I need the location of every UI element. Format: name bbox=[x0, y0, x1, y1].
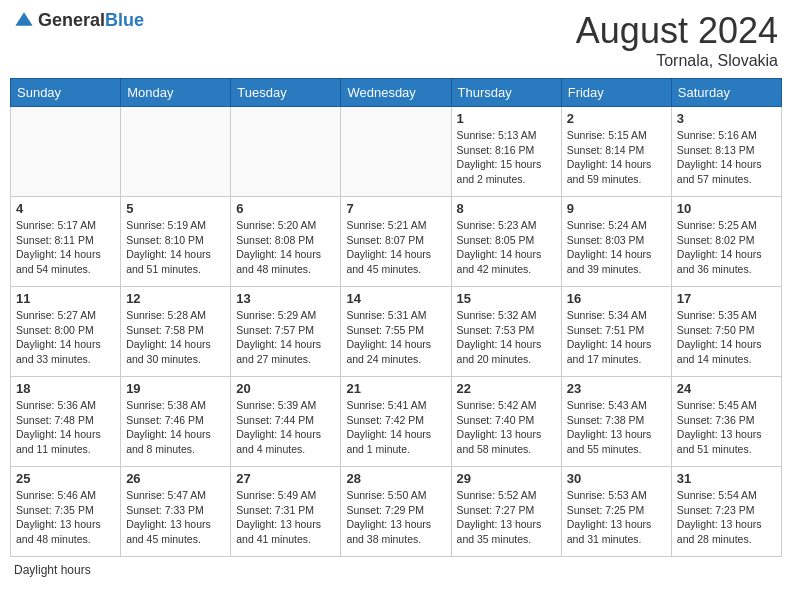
day-number: 18 bbox=[16, 381, 115, 396]
calendar-week-row: 4Sunrise: 5:17 AMSunset: 8:11 PMDaylight… bbox=[11, 197, 782, 287]
day-info: Sunrise: 5:39 AMSunset: 7:44 PMDaylight:… bbox=[236, 398, 335, 457]
day-number: 28 bbox=[346, 471, 445, 486]
calendar-day-cell: 26Sunrise: 5:47 AMSunset: 7:33 PMDayligh… bbox=[121, 467, 231, 557]
day-number: 23 bbox=[567, 381, 666, 396]
calendar-day-cell: 13Sunrise: 5:29 AMSunset: 7:57 PMDayligh… bbox=[231, 287, 341, 377]
day-info: Sunrise: 5:41 AMSunset: 7:42 PMDaylight:… bbox=[346, 398, 445, 457]
day-number: 15 bbox=[457, 291, 556, 306]
day-info: Sunrise: 5:29 AMSunset: 7:57 PMDaylight:… bbox=[236, 308, 335, 367]
day-info: Sunrise: 5:32 AMSunset: 7:53 PMDaylight:… bbox=[457, 308, 556, 367]
day-number: 22 bbox=[457, 381, 556, 396]
day-number: 13 bbox=[236, 291, 335, 306]
calendar-day-cell: 24Sunrise: 5:45 AMSunset: 7:36 PMDayligh… bbox=[671, 377, 781, 467]
calendar-day-cell: 19Sunrise: 5:38 AMSunset: 7:46 PMDayligh… bbox=[121, 377, 231, 467]
day-info: Sunrise: 5:27 AMSunset: 8:00 PMDaylight:… bbox=[16, 308, 115, 367]
day-info: Sunrise: 5:45 AMSunset: 7:36 PMDaylight:… bbox=[677, 398, 776, 457]
calendar-week-row: 11Sunrise: 5:27 AMSunset: 8:00 PMDayligh… bbox=[11, 287, 782, 377]
day-info: Sunrise: 5:36 AMSunset: 7:48 PMDaylight:… bbox=[16, 398, 115, 457]
day-info: Sunrise: 5:17 AMSunset: 8:11 PMDaylight:… bbox=[16, 218, 115, 277]
calendar-day-header: Tuesday bbox=[231, 79, 341, 107]
day-number: 3 bbox=[677, 111, 776, 126]
day-number: 20 bbox=[236, 381, 335, 396]
calendar-day-cell: 29Sunrise: 5:52 AMSunset: 7:27 PMDayligh… bbox=[451, 467, 561, 557]
calendar-week-row: 1Sunrise: 5:13 AMSunset: 8:16 PMDaylight… bbox=[11, 107, 782, 197]
logo-blue: Blue bbox=[105, 10, 144, 30]
day-info: Sunrise: 5:15 AMSunset: 8:14 PMDaylight:… bbox=[567, 128, 666, 187]
day-number: 11 bbox=[16, 291, 115, 306]
calendar-day-cell: 23Sunrise: 5:43 AMSunset: 7:38 PMDayligh… bbox=[561, 377, 671, 467]
calendar-day-cell: 31Sunrise: 5:54 AMSunset: 7:23 PMDayligh… bbox=[671, 467, 781, 557]
calendar-day-cell: 28Sunrise: 5:50 AMSunset: 7:29 PMDayligh… bbox=[341, 467, 451, 557]
calendar-day-cell: 21Sunrise: 5:41 AMSunset: 7:42 PMDayligh… bbox=[341, 377, 451, 467]
day-info: Sunrise: 5:49 AMSunset: 7:31 PMDaylight:… bbox=[236, 488, 335, 547]
page-header: GeneralBlue August 2024 Tornala, Slovaki… bbox=[10, 10, 782, 70]
calendar-day-cell: 20Sunrise: 5:39 AMSunset: 7:44 PMDayligh… bbox=[231, 377, 341, 467]
logo: GeneralBlue bbox=[14, 10, 144, 31]
day-number: 12 bbox=[126, 291, 225, 306]
day-info: Sunrise: 5:13 AMSunset: 8:16 PMDaylight:… bbox=[457, 128, 556, 187]
calendar-day-cell bbox=[231, 107, 341, 197]
calendar-day-cell: 17Sunrise: 5:35 AMSunset: 7:50 PMDayligh… bbox=[671, 287, 781, 377]
calendar-day-cell: 9Sunrise: 5:24 AMSunset: 8:03 PMDaylight… bbox=[561, 197, 671, 287]
day-info: Sunrise: 5:35 AMSunset: 7:50 PMDaylight:… bbox=[677, 308, 776, 367]
day-info: Sunrise: 5:54 AMSunset: 7:23 PMDaylight:… bbox=[677, 488, 776, 547]
logo-icon bbox=[14, 11, 34, 31]
calendar-day-cell: 8Sunrise: 5:23 AMSunset: 8:05 PMDaylight… bbox=[451, 197, 561, 287]
day-number: 10 bbox=[677, 201, 776, 216]
title-block: August 2024 Tornala, Slovakia bbox=[576, 10, 778, 70]
day-info: Sunrise: 5:31 AMSunset: 7:55 PMDaylight:… bbox=[346, 308, 445, 367]
calendar-day-cell: 1Sunrise: 5:13 AMSunset: 8:16 PMDaylight… bbox=[451, 107, 561, 197]
calendar-day-cell: 5Sunrise: 5:19 AMSunset: 8:10 PMDaylight… bbox=[121, 197, 231, 287]
calendar-day-cell: 11Sunrise: 5:27 AMSunset: 8:00 PMDayligh… bbox=[11, 287, 121, 377]
day-number: 6 bbox=[236, 201, 335, 216]
calendar-day-cell: 14Sunrise: 5:31 AMSunset: 7:55 PMDayligh… bbox=[341, 287, 451, 377]
svg-marker-0 bbox=[15, 12, 32, 25]
day-info: Sunrise: 5:50 AMSunset: 7:29 PMDaylight:… bbox=[346, 488, 445, 547]
calendar-week-row: 25Sunrise: 5:46 AMSunset: 7:35 PMDayligh… bbox=[11, 467, 782, 557]
calendar-day-cell: 30Sunrise: 5:53 AMSunset: 7:25 PMDayligh… bbox=[561, 467, 671, 557]
calendar-day-header: Wednesday bbox=[341, 79, 451, 107]
calendar-day-cell: 2Sunrise: 5:15 AMSunset: 8:14 PMDaylight… bbox=[561, 107, 671, 197]
calendar-day-cell: 3Sunrise: 5:16 AMSunset: 8:13 PMDaylight… bbox=[671, 107, 781, 197]
day-number: 21 bbox=[346, 381, 445, 396]
day-info: Sunrise: 5:43 AMSunset: 7:38 PMDaylight:… bbox=[567, 398, 666, 457]
calendar-table: SundayMondayTuesdayWednesdayThursdayFrid… bbox=[10, 78, 782, 557]
calendar-day-header: Sunday bbox=[11, 79, 121, 107]
day-info: Sunrise: 5:47 AMSunset: 7:33 PMDaylight:… bbox=[126, 488, 225, 547]
day-number: 19 bbox=[126, 381, 225, 396]
day-number: 29 bbox=[457, 471, 556, 486]
day-info: Sunrise: 5:23 AMSunset: 8:05 PMDaylight:… bbox=[457, 218, 556, 277]
calendar-day-cell bbox=[121, 107, 231, 197]
day-number: 9 bbox=[567, 201, 666, 216]
calendar-day-header: Monday bbox=[121, 79, 231, 107]
calendar-day-cell: 7Sunrise: 5:21 AMSunset: 8:07 PMDaylight… bbox=[341, 197, 451, 287]
location: Tornala, Slovakia bbox=[576, 52, 778, 70]
month-year: August 2024 bbox=[576, 10, 778, 52]
day-number: 31 bbox=[677, 471, 776, 486]
day-number: 8 bbox=[457, 201, 556, 216]
day-number: 25 bbox=[16, 471, 115, 486]
day-info: Sunrise: 5:38 AMSunset: 7:46 PMDaylight:… bbox=[126, 398, 225, 457]
day-info: Sunrise: 5:20 AMSunset: 8:08 PMDaylight:… bbox=[236, 218, 335, 277]
calendar-day-cell: 25Sunrise: 5:46 AMSunset: 7:35 PMDayligh… bbox=[11, 467, 121, 557]
day-info: Sunrise: 5:25 AMSunset: 8:02 PMDaylight:… bbox=[677, 218, 776, 277]
logo-general: General bbox=[38, 10, 105, 30]
day-number: 16 bbox=[567, 291, 666, 306]
day-number: 7 bbox=[346, 201, 445, 216]
day-info: Sunrise: 5:46 AMSunset: 7:35 PMDaylight:… bbox=[16, 488, 115, 547]
calendar-day-cell: 4Sunrise: 5:17 AMSunset: 8:11 PMDaylight… bbox=[11, 197, 121, 287]
calendar-day-cell bbox=[11, 107, 121, 197]
day-number: 14 bbox=[346, 291, 445, 306]
day-number: 27 bbox=[236, 471, 335, 486]
day-info: Sunrise: 5:19 AMSunset: 8:10 PMDaylight:… bbox=[126, 218, 225, 277]
calendar-header-row: SundayMondayTuesdayWednesdayThursdayFrid… bbox=[11, 79, 782, 107]
calendar-day-cell bbox=[341, 107, 451, 197]
day-info: Sunrise: 5:53 AMSunset: 7:25 PMDaylight:… bbox=[567, 488, 666, 547]
day-info: Sunrise: 5:28 AMSunset: 7:58 PMDaylight:… bbox=[126, 308, 225, 367]
day-number: 24 bbox=[677, 381, 776, 396]
day-number: 5 bbox=[126, 201, 225, 216]
day-number: 1 bbox=[457, 111, 556, 126]
day-number: 2 bbox=[567, 111, 666, 126]
day-number: 26 bbox=[126, 471, 225, 486]
calendar-week-row: 18Sunrise: 5:36 AMSunset: 7:48 PMDayligh… bbox=[11, 377, 782, 467]
